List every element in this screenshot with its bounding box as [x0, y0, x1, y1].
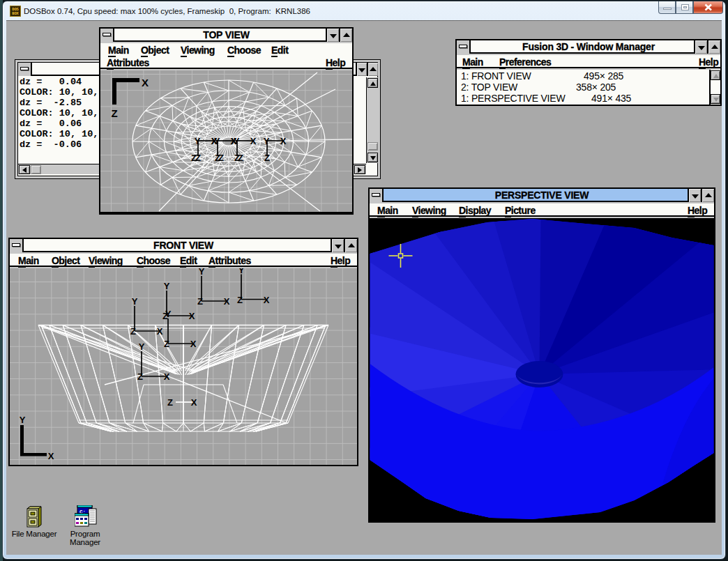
svg-text:X: X [142, 77, 149, 89]
svg-text:Z: Z [218, 153, 224, 163]
svg-text:X: X [211, 136, 218, 146]
svg-text:X: X [250, 136, 257, 146]
svg-text:X: X [264, 295, 270, 305]
svg-text:Z: Z [264, 153, 270, 163]
svg-text:Y: Y [199, 268, 205, 277]
svg-text:X: X [191, 397, 197, 408]
svg-text:X: X [189, 311, 195, 321]
svg-text:Z: Z [137, 371, 143, 382]
svg-text:Y: Y [195, 136, 201, 146]
svg-text:Z: Z [197, 296, 203, 307]
svg-text:Z: Z [164, 339, 169, 349]
svg-text:Y: Y [132, 296, 138, 307]
svg-text:Z: Z [111, 107, 117, 119]
svg-text:Z: Z [167, 397, 173, 408]
svg-text:X: X [231, 136, 237, 146]
svg-text:Y: Y [238, 268, 245, 275]
svg-text:Y: Y [264, 136, 270, 146]
svg-text:X: X [48, 451, 54, 461]
svg-text:X: X [280, 136, 287, 146]
svg-text:Y: Y [165, 309, 172, 319]
svg-text:Y: Y [164, 281, 170, 291]
svg-text:Z: Z [130, 326, 136, 337]
svg-text:Y: Y [20, 415, 26, 425]
svg-text:X: X [224, 296, 230, 307]
svg-text:X: X [164, 371, 170, 382]
svg-text:Z: Z [238, 153, 243, 163]
svg-text:Z: Z [191, 153, 197, 163]
svg-text:Y: Y [139, 341, 145, 352]
svg-text:Z: Z [237, 295, 243, 305]
svg-text:X: X [190, 339, 197, 349]
svg-text:X: X [157, 326, 163, 337]
